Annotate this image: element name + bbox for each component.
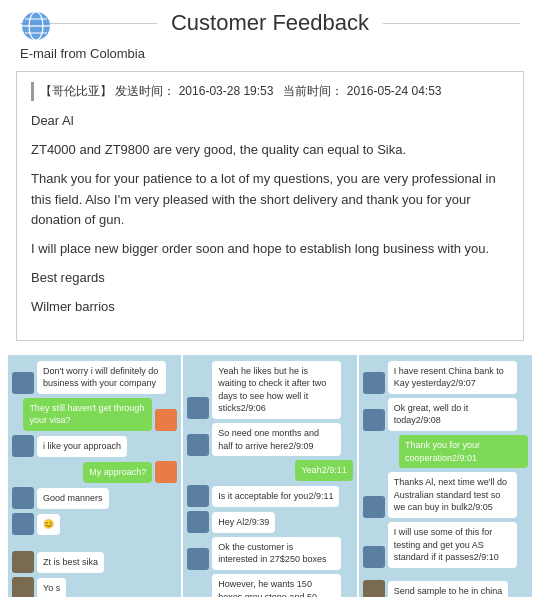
avatar xyxy=(12,577,34,597)
header-line-right xyxy=(383,23,520,24)
chat-bubble: Yeah2/9:11 xyxy=(295,460,352,481)
email-current-date: 2016-05-24 04:53 xyxy=(347,84,442,98)
chat-row: Thanks Al, next time we'll do Australian… xyxy=(363,472,528,518)
avatar xyxy=(12,372,34,394)
chat-panel-2: Yeah he likes but he is waiting to check… xyxy=(183,355,356,597)
avatar xyxy=(12,551,34,573)
chat-bubble: However, he wants 150 boxes grey stone a… xyxy=(212,574,341,597)
email-para3: I will place new bigger order soon and h… xyxy=(31,239,509,260)
chat-bubble: Send sample to he in china xyxy=(388,581,509,597)
chat-row: Good manners xyxy=(12,487,177,509)
chat-row: However, he wants 150 boxes grey stone a… xyxy=(187,574,352,597)
chat-row: Ok the customer is interested in 27$250 … xyxy=(187,537,352,570)
chat-row: Don't worry i will definitely do busines… xyxy=(12,361,177,394)
avatar xyxy=(187,511,209,533)
chat-bubble: I will use some of this for testing and … xyxy=(388,522,517,568)
chat-bubble: Ok great, well do it today2/9:08 xyxy=(388,398,517,431)
avatar xyxy=(363,372,385,394)
avatar xyxy=(187,548,209,570)
email-closing: Best regards xyxy=(31,268,509,289)
email-body: Dear Al ZT4000 and ZT9800 are very good,… xyxy=(31,111,509,317)
chat-row: Send sample to he in china xyxy=(363,580,528,597)
chat-bubble: i like your approach xyxy=(37,436,127,457)
chat-bubble: 😊 xyxy=(37,514,60,535)
chat-row: I will use some of this for testing and … xyxy=(363,522,528,568)
avatar xyxy=(155,461,177,483)
chat-row: Yeah he likes but he is waiting to check… xyxy=(187,361,352,419)
chat-row: Zt is best sika xyxy=(12,551,177,573)
chat-row: Is it acceptable for you2/9:11 xyxy=(187,485,352,507)
avatar xyxy=(187,485,209,507)
section-label: E-mail from Colombia xyxy=(0,42,540,67)
globe-icon xyxy=(20,10,52,42)
chat-bubble: My approach? xyxy=(83,462,152,483)
chat-row: I have resent China bank to Kay yesterda… xyxy=(363,361,528,394)
avatar xyxy=(363,496,385,518)
avatar xyxy=(12,487,34,509)
avatar xyxy=(363,546,385,568)
email-sent-date: 2016-03-28 19:53 xyxy=(179,84,274,98)
avatar xyxy=(363,580,385,597)
chat-row: Yeah2/9:11 xyxy=(187,460,352,481)
chat-row: Thank you for your cooperation2/9:01 xyxy=(363,435,528,468)
email-card: 【哥伦比亚】 发送时间： 2016-03-28 19:53 当前时间： 2016… xyxy=(16,71,524,341)
chat-bubble: Good manners xyxy=(37,488,109,509)
chat-panel-1: Don't worry i will definitely do busines… xyxy=(8,355,181,597)
email-meta: 【哥伦比亚】 发送时间： 2016-03-28 19:53 当前时间： 2016… xyxy=(31,82,509,101)
chat-bubble: So need one months and half to arrive he… xyxy=(212,423,341,456)
avatar xyxy=(155,409,177,431)
chat-bubble: Thanks Al, next time we'll do Australian… xyxy=(388,472,517,518)
email-sent-label: 发送时间： xyxy=(115,84,175,98)
chat-row: Hey Al2/9:39 xyxy=(187,511,352,533)
chat-container: Don't worry i will definitely do busines… xyxy=(8,355,532,597)
chat-row: Yo s xyxy=(12,577,177,597)
chat-bubble: Is it acceptable for you2/9:11 xyxy=(212,486,339,507)
chat-row: Ok great, well do it today2/9:08 xyxy=(363,398,528,431)
chat-bubble: Thank you for your cooperation2/9:01 xyxy=(399,435,528,468)
chat-row: i like your approach xyxy=(12,435,177,457)
chat-bubble: I have resent China bank to Kay yesterda… xyxy=(388,361,517,394)
chat-row: They still haven't get through your visa… xyxy=(12,398,177,431)
email-country: 【哥伦比亚】 xyxy=(40,84,112,98)
chat-bubble: Don't worry i will definitely do busines… xyxy=(37,361,166,394)
avatar xyxy=(187,434,209,456)
avatar xyxy=(187,397,209,419)
email-name: Wilmer barrios xyxy=(31,297,509,318)
chat-row: 😊 xyxy=(12,513,177,535)
chat-panel-3: I have resent China bank to Kay yesterda… xyxy=(359,355,532,597)
avatar xyxy=(12,513,34,535)
email-para1: ZT4000 and ZT9800 are very good, the qua… xyxy=(31,140,509,161)
avatar xyxy=(363,409,385,431)
chat-row: My approach? xyxy=(12,461,177,483)
chat-row: So need one months and half to arrive he… xyxy=(187,423,352,456)
chat-bubble: Yeah he likes but he is waiting to check… xyxy=(212,361,341,419)
email-greeting: Dear Al xyxy=(31,111,509,132)
chat-bubble: Zt is best sika xyxy=(37,552,104,573)
chat-bubble: Hey Al2/9:39 xyxy=(212,512,275,533)
avatar xyxy=(12,435,34,457)
chat-bubble: Ok the customer is interested in 27$250 … xyxy=(212,537,341,570)
chat-bubble: They still haven't get through your visa… xyxy=(23,398,152,431)
page-title: Customer Feedback xyxy=(157,10,383,36)
page-header: Customer Feedback xyxy=(0,0,540,42)
chat-bubble: Yo s xyxy=(37,578,66,597)
email-para2: Thank you for your patience to a lot of … xyxy=(31,169,509,231)
email-current-label: 当前时间： xyxy=(283,84,343,98)
